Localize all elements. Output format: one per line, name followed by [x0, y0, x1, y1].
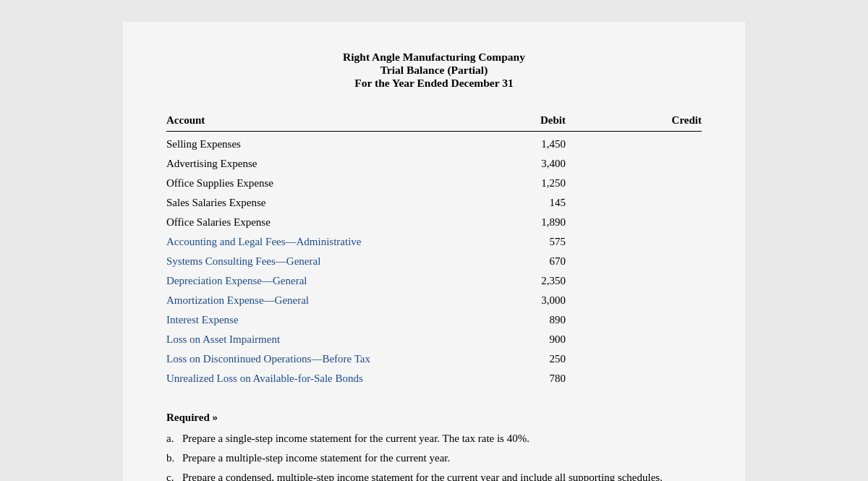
credit-cell — [595, 369, 702, 388]
credit-cell — [595, 213, 702, 232]
list-label: b. — [166, 449, 182, 467]
table-row: Accounting and Legal Fees—Administrative… — [166, 232, 702, 252]
account-cell: Unrealized Loss on Available-for-Sale Bo… — [166, 369, 488, 388]
col-credit-header: Credit — [595, 110, 702, 131]
company-name: Right Angle Manufacturing Company — [166, 51, 702, 64]
credit-cell — [595, 193, 702, 213]
account-cell: Amortization Expense—General — [166, 291, 488, 310]
required-section: Required » a. Prepare a single-step inco… — [166, 412, 702, 481]
account-cell: Office Supplies Expense — [166, 174, 488, 193]
table-row: Advertising Expense3,400 — [166, 154, 702, 174]
table-row: Selling Expenses1,450 — [166, 135, 702, 154]
account-cell: Loss on Discontinued Operations—Before T… — [166, 349, 488, 369]
table-row: Unrealized Loss on Available-for-Sale Bo… — [166, 369, 702, 388]
debit-cell: 575 — [488, 232, 595, 252]
credit-cell — [595, 135, 702, 154]
account-cell: Loss on Asset Impairment — [166, 330, 488, 349]
debit-cell: 3,000 — [488, 291, 595, 310]
credit-cell — [595, 232, 702, 252]
credit-cell — [595, 271, 702, 291]
report-period: For the Year Ended December 31 — [166, 77, 702, 90]
required-list: a. Prepare a single-step income statemen… — [166, 430, 702, 481]
debit-cell: 670 — [488, 252, 595, 271]
required-item: a. Prepare a single-step income statemen… — [166, 430, 702, 448]
report-title: Trial Balance (Partial) — [166, 64, 702, 77]
debit-cell: 900 — [488, 330, 595, 349]
list-text: Prepare a multiple-step income statement… — [182, 449, 702, 467]
account-cell: Depreciation Expense—General — [166, 271, 488, 291]
debit-cell: 1,450 — [488, 135, 595, 154]
credit-cell — [595, 291, 702, 310]
required-item: c. Prepare a condensed, multiple-step in… — [166, 469, 702, 482]
table-row: Office Salaries Expense1,890 — [166, 213, 702, 232]
account-cell: Selling Expenses — [166, 135, 488, 154]
table-row: Amortization Expense—General3,000 — [166, 291, 702, 310]
required-item: b. Prepare a multiple-step income statem… — [166, 449, 702, 467]
credit-cell — [595, 310, 702, 330]
table-row: Sales Salaries Expense145 — [166, 193, 702, 213]
report-header: Right Angle Manufacturing Company Trial … — [166, 51, 702, 90]
account-cell: Sales Salaries Expense — [166, 193, 488, 213]
list-text: Prepare a condensed, multiple-step incom… — [182, 469, 702, 482]
credit-cell — [595, 154, 702, 174]
list-label: a. — [166, 430, 182, 448]
table-header-row: Account Debit Credit — [166, 110, 702, 131]
table-row: Loss on Discontinued Operations—Before T… — [166, 349, 702, 369]
debit-cell: 780 — [488, 369, 595, 388]
page-container: Right Angle Manufacturing Company Trial … — [123, 22, 745, 481]
table-row: Loss on Asset Impairment900 — [166, 330, 702, 349]
account-cell: Office Salaries Expense — [166, 213, 488, 232]
table-row: Interest Expense890 — [166, 310, 702, 330]
table-row: Office Supplies Expense1,250 — [166, 174, 702, 193]
debit-cell: 1,250 — [488, 174, 595, 193]
debit-cell: 1,890 — [488, 213, 595, 232]
debit-cell: 2,350 — [488, 271, 595, 291]
account-cell: Interest Expense — [166, 310, 488, 330]
credit-cell — [595, 349, 702, 369]
list-text: Prepare a single-step income statement f… — [182, 430, 702, 448]
col-debit-header: Debit — [488, 110, 595, 131]
col-account-header: Account — [166, 110, 488, 131]
debit-cell: 145 — [488, 193, 595, 213]
account-cell: Advertising Expense — [166, 154, 488, 174]
required-title: Required » — [166, 412, 702, 424]
credit-cell — [595, 252, 702, 271]
account-cell: Systems Consulting Fees—General — [166, 252, 488, 271]
table-row: Systems Consulting Fees—General670 — [166, 252, 702, 271]
table-row: Depreciation Expense—General2,350 — [166, 271, 702, 291]
list-label: c. — [166, 469, 182, 482]
credit-cell — [595, 174, 702, 193]
debit-cell: 250 — [488, 349, 595, 369]
trial-balance-table: Account Debit Credit Selling Expenses1,4… — [166, 110, 702, 388]
debit-cell: 890 — [488, 310, 595, 330]
account-cell: Accounting and Legal Fees—Administrative — [166, 232, 488, 252]
credit-cell — [595, 330, 702, 349]
debit-cell: 3,400 — [488, 154, 595, 174]
